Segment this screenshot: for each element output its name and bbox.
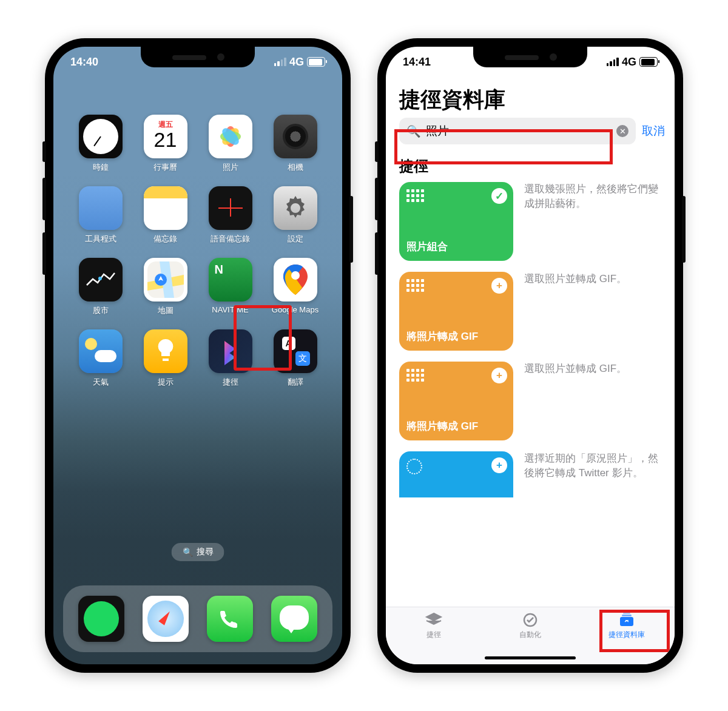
camera-icon [274, 115, 317, 158]
app-label: 照片 [223, 162, 238, 173]
battery-icon [307, 57, 325, 67]
search-icon: 🔍 [183, 547, 193, 557]
plus-icon[interactable]: + [491, 457, 507, 473]
card-description: 選擇近期的「原況照片」，然後將它轉成 Twitter 影片。 [524, 451, 661, 497]
tab-label: 捷徑 [426, 630, 441, 640]
app-weather[interactable]: 天氣 [68, 329, 133, 388]
card-description: 選取照片並轉成 GIF。 [524, 272, 661, 351]
highlight-gallery-tab [599, 610, 670, 652]
app-label: 地圖 [158, 305, 174, 316]
tab-automation[interactable]: 自動化 [497, 612, 564, 640]
folder-icon [79, 186, 123, 230]
app-label: 股市 [93, 305, 109, 316]
network-label: 4G [622, 56, 636, 69]
app-maps[interactable]: 地圖 [133, 258, 198, 316]
notch [141, 47, 255, 67]
home-screen: 14:40 4G 時鐘 週五21行事曆 照片 相機 工具程式 備忘錄 語音備忘錄… [53, 47, 342, 664]
tab-label: 自動化 [519, 630, 541, 640]
svg-point-4 [98, 277, 102, 280]
app-photos[interactable]: 照片 [198, 115, 263, 173]
app-voice-memos[interactable]: 語音備忘錄 [198, 186, 263, 244]
app-clock[interactable]: 時鐘 [68, 115, 133, 173]
automation-icon [521, 612, 539, 628]
page-title: 捷徑資料庫 [386, 77, 675, 118]
card-description: 選取照片並轉成 GIF。 [524, 362, 661, 440]
tab-my-shortcuts[interactable]: 捷徑 [400, 612, 467, 640]
live-photo-icon [406, 459, 422, 474]
card-title: 將照片轉成 GIF [406, 329, 506, 343]
app-label: 工具程式 [85, 234, 116, 244]
highlight-search [394, 129, 613, 164]
app-label: 翻譯 [288, 377, 303, 388]
app-label: 捷徑 [223, 377, 238, 388]
dock [63, 585, 332, 652]
shortcut-card[interactable]: + 將照片轉成 GIF [399, 272, 513, 351]
shortcut-list: ✓ 照片組合 選取幾張照片，然後將它們變成拼貼藝術。 + 將照片轉成 GIF 選… [386, 182, 675, 664]
app-label: 行事曆 [153, 162, 177, 173]
shortcut-card[interactable]: + 原況照片轉 [399, 451, 513, 497]
clock-icon [79, 115, 123, 158]
card-description: 選取幾張照片，然後將它們變成拼貼藝術。 [524, 182, 661, 261]
app-label: 提示 [158, 377, 174, 388]
card-title: 照片組合 [406, 240, 506, 254]
app-label: 時鐘 [93, 162, 109, 173]
phone-shortcuts: 14:41 4G 捷徑資料庫 🔍 照片 ✕ 取消 捷徑 [377, 38, 683, 673]
notes-icon [144, 186, 187, 230]
dock-app-messages[interactable] [271, 596, 317, 642]
photos-icon [209, 115, 252, 158]
google-maps-icon [274, 258, 317, 302]
phone-home: 14:40 4G 時鐘 週五21行事曆 照片 相機 工具程式 備忘錄 語音備忘錄… [45, 38, 351, 673]
signal-icon [274, 58, 286, 66]
gear-icon [274, 186, 317, 230]
voice-memos-icon [209, 186, 252, 230]
app-label: 相機 [288, 162, 303, 173]
calendar-icon: 週五21 [144, 115, 187, 158]
navitime-icon [209, 258, 252, 302]
svg-point-7 [291, 271, 300, 280]
app-calendar[interactable]: 週五21行事曆 [133, 115, 198, 173]
notch [473, 47, 587, 67]
dock-app-spotify[interactable] [78, 596, 124, 642]
shortcut-card[interactable]: + 將照片轉成 GIF [399, 362, 513, 440]
highlight-shortcuts-app [234, 305, 292, 371]
plus-icon[interactable]: + [491, 368, 507, 383]
dock-app-phone[interactable] [207, 596, 253, 642]
status-time: 14:40 [70, 56, 98, 69]
app-label: 語音備忘錄 [211, 234, 250, 244]
cancel-button[interactable]: 取消 [642, 123, 665, 139]
clear-icon[interactable]: ✕ [616, 125, 629, 137]
network-label: 4G [289, 56, 304, 69]
app-camera[interactable]: 相機 [263, 115, 328, 173]
app-settings[interactable]: 設定 [263, 186, 328, 244]
app-label: 天氣 [93, 377, 109, 388]
app-utility-folder[interactable]: 工具程式 [68, 186, 133, 244]
signal-icon [607, 58, 619, 66]
shortcuts-screen: 14:41 4G 捷徑資料庫 🔍 照片 ✕ 取消 捷徑 [386, 47, 675, 664]
list-item[interactable]: + 將照片轉成 GIF 選取照片並轉成 GIF。 [399, 272, 661, 351]
home-indicator[interactable] [485, 656, 576, 659]
battery-icon [639, 57, 658, 67]
weather-icon [79, 329, 123, 373]
stack-icon [425, 612, 443, 628]
plus-icon[interactable]: + [491, 278, 507, 294]
app-label: 備忘錄 [153, 234, 177, 244]
app-stocks[interactable]: 股市 [68, 258, 133, 316]
status-time: 14:41 [403, 56, 431, 69]
lightbulb-icon [144, 329, 187, 373]
list-item[interactable]: + 將照片轉成 GIF 選取照片並轉成 GIF。 [399, 362, 661, 440]
card-title: 將照片轉成 GIF [406, 419, 506, 433]
list-item[interactable]: + 原況照片轉 選擇近期的「原況照片」，然後將它轉成 Twitter 影片。 [399, 451, 661, 497]
app-label: 設定 [288, 234, 303, 244]
dock-app-safari[interactable] [143, 596, 189, 642]
list-item[interactable]: ✓ 照片組合 選取幾張照片，然後將它們變成拼貼藝術。 [399, 182, 661, 261]
stocks-icon [79, 258, 123, 302]
apple-maps-icon [144, 258, 187, 302]
app-notes[interactable]: 備忘錄 [133, 186, 198, 244]
search-label: 搜尋 [197, 547, 214, 558]
shortcut-card[interactable]: ✓ 照片組合 [399, 182, 513, 261]
app-tips[interactable]: 提示 [133, 329, 198, 388]
spotlight-search[interactable]: 🔍 搜尋 [172, 543, 224, 561]
check-icon: ✓ [491, 188, 507, 204]
